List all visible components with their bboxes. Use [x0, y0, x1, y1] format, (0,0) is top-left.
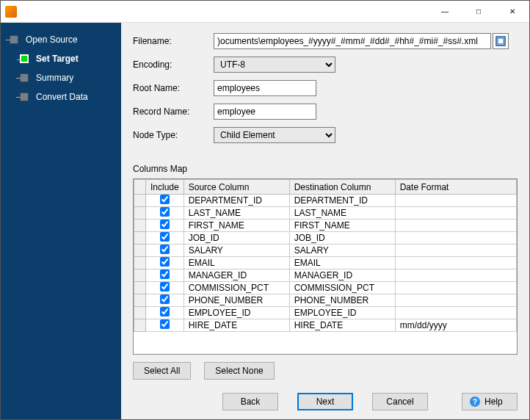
destination-column-cell[interactable]: DEPARTMENT_ID [289, 195, 395, 207]
include-checkbox[interactable] [160, 282, 170, 292]
close-button[interactable]: ✕ [495, 1, 529, 23]
include-cell[interactable] [146, 207, 184, 220]
date-format-cell[interactable] [395, 294, 516, 307]
table-row[interactable]: FIRST_NAMEFIRST_NAME [134, 220, 517, 232]
include-checkbox[interactable] [160, 294, 170, 304]
date-format-cell[interactable]: mm/dd/yyyy [395, 319, 516, 332]
help-button[interactable]: ? Help [462, 393, 518, 410]
include-checkbox[interactable] [160, 307, 170, 316]
date-format-cell[interactable] [395, 257, 516, 269]
col-header-format[interactable]: Date Format [395, 180, 516, 195]
include-checkbox[interactable] [160, 319, 170, 329]
date-format-cell[interactable] [395, 207, 516, 220]
source-column-cell[interactable]: SALARY [184, 245, 289, 257]
row-header [134, 319, 146, 332]
include-cell[interactable] [146, 195, 184, 207]
destination-column-cell[interactable]: SALARY [289, 245, 395, 257]
include-checkbox[interactable] [160, 269, 170, 279]
record-name-input[interactable] [214, 104, 316, 120]
date-format-cell[interactable] [395, 220, 516, 232]
row-header [134, 232, 146, 245]
source-column-cell[interactable]: DEPARTMENT_ID [184, 195, 289, 207]
next-button[interactable]: Next [297, 393, 353, 410]
source-column-cell[interactable]: LAST_NAME [184, 207, 289, 220]
table-row[interactable]: MANAGER_IDMANAGER_ID [134, 269, 517, 282]
row-header [134, 245, 146, 257]
date-format-cell[interactable] [395, 269, 516, 282]
include-checkbox[interactable] [160, 245, 170, 254]
destination-column-cell[interactable]: FIRST_NAME [289, 220, 395, 232]
sidebar-item-summary[interactable]: Summary [1, 68, 121, 87]
wizard-sidebar: Open SourceSet TargetSummaryConvert Data [1, 23, 121, 419]
filename-input[interactable] [214, 33, 491, 49]
node-type-select[interactable]: Child Element [214, 127, 335, 143]
select-all-button[interactable]: Select All [133, 362, 191, 380]
destination-column-cell[interactable]: MANAGER_ID [289, 269, 395, 282]
table-row[interactable]: HIRE_DATEHIRE_DATEmm/dd/yyyy [134, 319, 517, 332]
row-header [134, 195, 146, 207]
table-row[interactable]: COMMISSION_PCTCOMMISSION_PCT [134, 282, 517, 294]
include-checkbox[interactable] [160, 195, 170, 204]
destination-column-cell[interactable]: HIRE_DATE [289, 319, 395, 332]
table-row[interactable]: PHONE_NUMBERPHONE_NUMBER [134, 294, 517, 307]
source-column-cell[interactable]: HIRE_DATE [184, 319, 289, 332]
destination-column-cell[interactable]: EMPLOYEE_ID [289, 307, 395, 319]
include-checkbox[interactable] [160, 207, 170, 217]
cancel-button[interactable]: Cancel [372, 393, 428, 410]
date-format-cell[interactable] [395, 245, 516, 257]
table-row[interactable]: JOB_IDJOB_ID [134, 232, 517, 245]
include-cell[interactable] [146, 257, 184, 269]
sidebar-item-convert-data[interactable]: Convert Data [1, 87, 121, 106]
include-checkbox[interactable] [160, 232, 170, 242]
destination-column-cell[interactable]: JOB_ID [289, 232, 395, 245]
record-name-label: Record Name: [133, 106, 214, 117]
source-column-cell[interactable]: JOB_ID [184, 232, 289, 245]
table-row[interactable]: EMAILEMAIL [134, 257, 517, 269]
col-header-dest[interactable]: Destination Column [289, 180, 395, 195]
step-marker-icon [10, 35, 18, 44]
date-format-cell[interactable] [395, 232, 516, 245]
include-cell[interactable] [146, 294, 184, 307]
destination-column-cell[interactable]: LAST_NAME [289, 207, 395, 220]
destination-column-cell[interactable]: COMMISSION_PCT [289, 282, 395, 294]
source-column-cell[interactable]: EMPLOYEE_ID [184, 307, 289, 319]
table-row[interactable]: LAST_NAMELAST_NAME [134, 207, 517, 220]
source-column-cell[interactable]: COMMISSION_PCT [184, 282, 289, 294]
source-column-cell[interactable]: PHONE_NUMBER [184, 294, 289, 307]
destination-column-cell[interactable]: EMAIL [289, 257, 395, 269]
include-cell[interactable] [146, 269, 184, 282]
table-row[interactable]: EMPLOYEE_IDEMPLOYEE_ID [134, 307, 517, 319]
include-cell[interactable] [146, 220, 184, 232]
include-checkbox[interactable] [160, 220, 170, 229]
include-cell[interactable] [146, 319, 184, 332]
source-column-cell[interactable]: FIRST_NAME [184, 220, 289, 232]
maximize-button[interactable]: □ [462, 1, 495, 23]
back-button[interactable]: Back [222, 393, 278, 410]
filename-label: Filename: [133, 36, 214, 46]
minimize-button[interactable]: — [428, 1, 462, 23]
include-cell[interactable] [146, 232, 184, 245]
source-column-cell[interactable]: MANAGER_ID [184, 269, 289, 282]
include-cell[interactable] [146, 282, 184, 294]
date-format-cell[interactable] [395, 195, 516, 207]
sidebar-item-set-target[interactable]: Set Target [1, 49, 121, 68]
browse-button[interactable] [493, 33, 509, 49]
col-header-include[interactable]: Include [146, 180, 184, 195]
select-none-button[interactable]: Select None [204, 362, 274, 380]
include-cell[interactable] [146, 245, 184, 257]
row-header [134, 294, 146, 307]
include-checkbox[interactable] [160, 257, 170, 267]
col-header-source[interactable]: Source Column [184, 180, 289, 195]
destination-column-cell[interactable]: PHONE_NUMBER [289, 294, 395, 307]
include-cell[interactable] [146, 307, 184, 319]
row-header [134, 282, 146, 294]
date-format-cell[interactable] [395, 282, 516, 294]
table-row[interactable]: DEPARTMENT_IDDEPARTMENT_ID [134, 195, 517, 207]
table-row[interactable]: SALARYSALARY [134, 245, 517, 257]
source-column-cell[interactable]: EMAIL [184, 257, 289, 269]
date-format-cell[interactable] [395, 307, 516, 319]
sidebar-item-open-source[interactable]: Open Source [1, 30, 121, 49]
columns-map-grid[interactable]: Include Source Column Destination Column… [133, 178, 518, 355]
root-name-input[interactable] [214, 80, 316, 96]
encoding-select[interactable]: UTF-8 [214, 57, 335, 73]
